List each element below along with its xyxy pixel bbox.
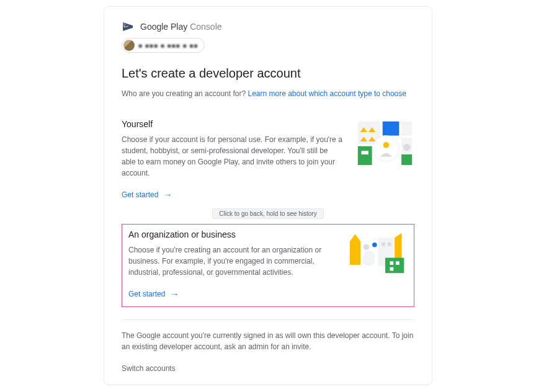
svg-rect-12 xyxy=(358,146,372,165)
get-started-org-label: Get started xyxy=(128,290,165,298)
option-yourself: Yourself Choose if your account is for p… xyxy=(122,119,414,200)
footer-text: The Google account you're currently sign… xyxy=(122,330,414,352)
back-history-tooltip: Click to go back, hold to see history xyxy=(212,208,323,219)
option-org: An organization or business Choose if yo… xyxy=(128,229,408,299)
svg-rect-27 xyxy=(390,261,393,265)
illustration-org-icon xyxy=(349,229,408,278)
svg-point-15 xyxy=(403,144,410,151)
svg-point-2 xyxy=(124,26,125,27)
svg-rect-10 xyxy=(373,136,399,162)
svg-rect-26 xyxy=(385,258,404,274)
account-create-card: Google Play Console ■ ■■■ ■ ■■■ ■ ■■ Let… xyxy=(104,6,432,385)
svg-rect-13 xyxy=(361,151,368,154)
svg-rect-29 xyxy=(390,267,393,271)
illustration-yourself-icon xyxy=(355,119,414,167)
logo-product: Console xyxy=(190,22,221,32)
get-started-org-button[interactable]: Get started → xyxy=(128,289,179,299)
option-yourself-title: Yourself xyxy=(122,119,343,129)
subtitle: Who are you creating an account for? Lea… xyxy=(122,89,414,98)
option-org-title: An organization or business xyxy=(128,229,336,239)
svg-rect-28 xyxy=(396,261,400,265)
arrow-right-icon: → xyxy=(163,190,172,200)
arrow-right-icon: → xyxy=(170,289,179,299)
user-account-chip[interactable]: ■ ■■■ ■ ■■■ ■ ■■ xyxy=(122,38,205,53)
divider xyxy=(122,319,414,320)
svg-point-19 xyxy=(364,244,369,250)
subtitle-text: Who are you creating an account for? xyxy=(122,89,248,98)
svg-point-11 xyxy=(383,142,389,148)
svg-rect-5 xyxy=(401,122,412,136)
svg-point-20 xyxy=(372,243,377,247)
option-org-body: An organization or business Choose if yo… xyxy=(128,229,336,299)
svg-rect-4 xyxy=(383,122,400,136)
svg-rect-25 xyxy=(388,243,391,246)
svg-rect-21 xyxy=(363,251,375,266)
page-title: Let's create a developer account xyxy=(122,66,414,81)
option-yourself-desc: Choose if your account is for personal u… xyxy=(122,134,343,179)
option-org-highlight: An organization or business Choose if yo… xyxy=(122,224,414,307)
get-started-yourself-button[interactable]: Get started → xyxy=(122,190,172,200)
logo-brand: Google Play xyxy=(140,22,187,32)
switch-accounts-link[interactable]: Switch accounts xyxy=(122,364,176,373)
user-email-masked: ■ ■■■ ■ ■■■ ■ ■■ xyxy=(138,42,198,49)
avatar xyxy=(123,40,135,51)
get-started-yourself-label: Get started xyxy=(122,190,158,199)
logo-text: Google Play Console xyxy=(140,22,222,32)
svg-marker-18 xyxy=(350,234,360,241)
svg-rect-17 xyxy=(350,241,360,265)
svg-rect-16 xyxy=(401,154,412,165)
option-yourself-body: Yourself Choose if your account is for p… xyxy=(122,119,343,200)
logo-row: Google Play Console xyxy=(122,22,414,32)
option-org-desc: Choose if you're creating an account for… xyxy=(128,244,336,278)
learn-more-link[interactable]: Learn more about which account type to c… xyxy=(248,89,406,98)
svg-rect-24 xyxy=(382,243,385,246)
tooltip-row: Click to go back, hold to see history xyxy=(122,208,414,219)
play-console-icon xyxy=(122,22,135,32)
